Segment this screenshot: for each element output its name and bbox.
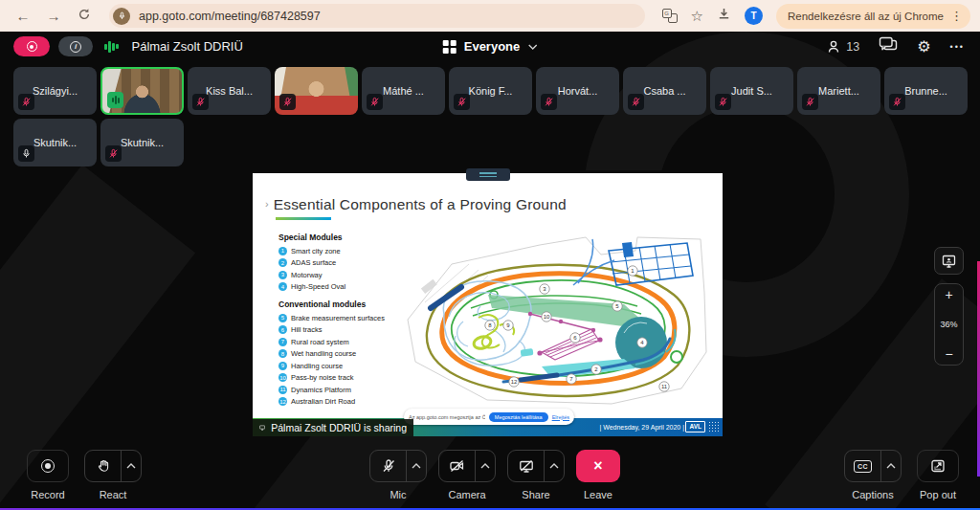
react-menu-button[interactable] (121, 451, 141, 481)
participant-tile[interactable]: Kiss Bal... (188, 67, 271, 115)
module-item: 5Brake measurement surfaces (278, 312, 408, 324)
translate-icon[interactable]: G (662, 9, 678, 23)
participant-count: 13 (846, 40, 859, 54)
participant-tile[interactable]: Judit S... (710, 67, 793, 115)
forward-icon[interactable]: → (42, 8, 65, 24)
conventional-modules-list: 5Brake measurement surfaces6Hill tracks7… (278, 312, 408, 408)
info-icon: i (70, 41, 81, 53)
share-menu-button[interactable] (544, 451, 564, 481)
bookmark-star-icon[interactable]: ☆ (691, 8, 703, 25)
leave-button[interactable]: × (576, 450, 620, 482)
avl-logo: AVL (685, 421, 705, 432)
module-lists: Special Modules 1Smart city zone2ADAS su… (278, 233, 408, 408)
participant-tile[interactable]: Máthé ... (362, 67, 445, 115)
module-item: 12Australian Dirt Road (278, 396, 408, 409)
share-notification-text: Az app.goto.com megosztja az Ön képernyő… (409, 414, 485, 420)
hide-notification-link[interactable]: Elrejtés (552, 414, 569, 420)
module-label: Wet handling course (291, 349, 356, 358)
stop-sharing-button[interactable]: Megosztás leállítása (489, 412, 548, 422)
share-toolbar-handle[interactable] (466, 168, 510, 181)
record-icon (41, 459, 55, 473)
proving-ground-map: 135108964271211 (396, 226, 714, 413)
camera-control: Camera (438, 450, 496, 500)
mic-menu-button[interactable] (406, 451, 426, 481)
site-mic-permission-icon[interactable] (113, 8, 130, 25)
muted-mic-icon (715, 94, 731, 110)
chevron-up-icon (480, 463, 490, 469)
conventional-modules-heading: Conventional modules (278, 299, 408, 309)
module-number-badge: 7 (278, 338, 287, 346)
captions-control: CC Captions (844, 450, 902, 500)
chat-button[interactable] (879, 36, 898, 56)
captions-menu-button[interactable] (880, 451, 901, 481)
view-selector-label: Everyone (464, 39, 521, 54)
mic-button[interactable] (370, 451, 406, 481)
module-label: ADAS surface (291, 258, 336, 267)
view-selector[interactable]: Everyone (443, 39, 538, 54)
share-label: Share (522, 489, 549, 500)
participant-tile[interactable] (100, 67, 184, 115)
module-item: 6Hill tracks (278, 324, 408, 337)
chrome-update-button[interactable]: Rendelkezésre áll az új Chrome ⋮ (776, 4, 970, 29)
participant-tile[interactable]: Csaba ... (623, 67, 706, 115)
module-item: 2ADAS surface (278, 257, 408, 270)
svg-text:12: 12 (511, 379, 518, 385)
active-speaker-name: Pálmai Zsolt DDRIÜ (132, 39, 243, 54)
participant-tile[interactable]: Brunne... (884, 67, 968, 115)
participant-tile[interactable] (275, 67, 358, 115)
captions-label: Captions (852, 489, 893, 500)
participant-tile[interactable]: Horvát... (536, 67, 619, 115)
grid-view-icon (443, 40, 457, 54)
zoom-in-button[interactable]: + (945, 288, 952, 301)
record-label: Record (31, 489, 64, 500)
muted-mic-icon (279, 94, 296, 110)
module-number-badge: 3 (278, 271, 287, 279)
record-icon (27, 41, 37, 52)
title-underline (276, 217, 331, 220)
presentation-view-button[interactable] (934, 247, 964, 275)
slide-date: | Wednesday, 29 April 2020 | (599, 424, 684, 431)
address-bar[interactable]: app.goto.com/meeting/687428597 (109, 4, 645, 28)
is-sharing-text: Pálmai Zsolt DDRIÜ is sharing (271, 422, 407, 433)
record-button[interactable] (27, 450, 69, 482)
participant-row-2: Skutnik...Skutnik... (13, 119, 184, 166)
is-sharing-banner: Pálmai Zsolt DDRIÜ is sharing (253, 419, 413, 436)
more-options-icon[interactable]: ••• (950, 42, 965, 52)
download-icon[interactable] (717, 7, 731, 25)
zoom-out-button[interactable]: − (945, 347, 952, 361)
muted-mic-icon (381, 458, 396, 474)
person-icon (826, 39, 841, 55)
captions-button[interactable]: CC (845, 451, 880, 481)
raised-hand-icon (96, 458, 111, 474)
footer-dots-pattern (708, 421, 721, 433)
module-label: Pass-by noise track (291, 373, 353, 382)
browser-menu-icon[interactable]: ⋮ (950, 9, 963, 23)
muted-mic-icon (802, 94, 818, 110)
participant-tile[interactable]: Szilágyi... (13, 67, 97, 115)
participant-tile[interactable]: Skutnik... (13, 119, 97, 166)
slide-title: Essential Components of a Proving Ground (274, 196, 567, 213)
info-button[interactable]: i (58, 36, 93, 56)
camera-label: Camera (448, 489, 485, 500)
module-number-badge: 11 (278, 386, 287, 394)
participants-button[interactable]: 13 (826, 39, 859, 55)
module-label: Australian Dirt Road (291, 397, 355, 406)
reload-icon[interactable] (73, 8, 96, 24)
module-label: Hill tracks (291, 325, 323, 334)
back-icon[interactable]: ← (11, 8, 34, 24)
settings-gear-icon[interactable]: ⚙ (917, 39, 930, 55)
share-button[interactable] (508, 451, 544, 481)
popout-button[interactable] (917, 450, 959, 482)
module-number-badge: 5 (278, 314, 287, 322)
camera-button[interactable] (439, 451, 475, 481)
muted-mic-icon (367, 94, 383, 110)
camera-menu-button[interactable] (475, 451, 495, 481)
participant-tile[interactable]: Mariett... (797, 67, 880, 115)
participant-tile[interactable]: Skutnik... (100, 119, 184, 166)
leave-control: × Leave (576, 450, 620, 500)
react-button[interactable] (85, 451, 121, 481)
profile-avatar[interactable]: T (745, 7, 763, 25)
participant-tile[interactable]: König F... (449, 67, 532, 115)
module-number-badge: 1 (278, 247, 287, 255)
record-indicator-button[interactable] (13, 36, 50, 56)
